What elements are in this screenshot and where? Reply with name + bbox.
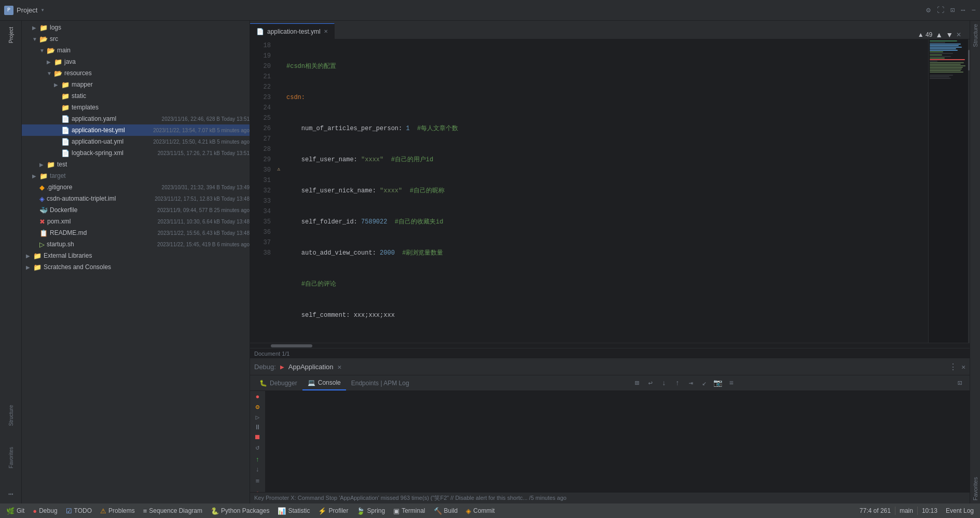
tab-application-test-yml[interactable]: 📄 application-test.yml ✕ [250,23,335,39]
tree-item-src[interactable]: ▼ 📂 src [22,33,250,45]
tree-item-gitignore[interactable]: ◆ .gitignore 2023/10/31, 21:32, 394 B To… [22,181,250,193]
expand-icon[interactable]: ⛶ [937,6,944,15]
debug-more-btn[interactable]: ⋮ [949,362,957,372]
debug-tool-back[interactable]: ↩ [645,377,656,389]
search-result-count: ▲ 49 ▲ ▼ ✕ [918,31,965,39]
debug-side-icon-stop[interactable]: ⏹ [252,433,264,441]
tree-item-main[interactable]: ▼ 📂 main [22,45,250,56]
debug-tab-debugger[interactable]: 🐛 Debugger [254,376,302,390]
status-item-build[interactable]: 🔨 Build [430,503,462,518]
search-prev-btn[interactable]: ▲ [935,31,943,39]
tab-close-btn[interactable]: ✕ [324,29,328,34]
tree-item-dockerfile[interactable]: 🐳 Dockerfile 2023/11/9, 09:44, 577 B 25 … [22,204,250,216]
status-item-event-log[interactable]: Event Log [942,503,978,518]
status-item-profiler[interactable]: ⚡ Profiler [314,503,352,518]
tree-item-pom-xml[interactable]: ✖ pom.xml 2023/11/11, 10:30, 6.64 kB Tod… [22,216,250,227]
status-item-todo[interactable]: ☑ TODO [62,503,96,518]
status-item-position[interactable]: 77:4 of 261 [855,503,895,518]
status-item-time[interactable]: 10:13 [918,503,942,518]
debug-side-icon-up-arrow[interactable]: ↑ [252,456,264,464]
sidebar-icon-structure[interactable]: Structure [2,401,20,430]
tree-item-test[interactable]: ▶ 📁 test [22,159,250,170]
status-label-git: Git [17,507,24,514]
tree-item-java[interactable]: ▶ 📁 java [22,56,250,67]
debug-tool-clear[interactable]: ⊞ [631,377,643,389]
status-item-terminal[interactable]: ▣ Terminal [389,503,429,518]
right-panel-favorites[interactable]: Favorites [971,474,979,503]
debug-tool-list[interactable]: ≡ [726,377,737,389]
search-match-count: ▲ 49 [918,31,933,38]
status-item-python-packages[interactable]: 🐍 Python Packages [206,503,273,518]
debug-side-icon-warning[interactable]: ⚙ [252,403,264,411]
h-scroll-thumb[interactable] [271,344,312,347]
folder-icon-target: 📁 [39,172,48,180]
debug-tool-screenshot[interactable]: 📷 [712,377,724,389]
project-dropdown-arrow[interactable]: ▾ [40,6,44,14]
tree-item-resources[interactable]: ▼ 📂 resources [22,67,250,79]
sidebar-icon-favorites[interactable]: Favorites [2,443,20,472]
search-close-icon[interactable]: ✕ [956,31,961,38]
tree-arrow-src: ▼ [32,36,39,42]
minimap-content [929,39,970,80]
tree-item-scratches[interactable]: ▶ 📁 Scratches and Consoles [22,261,250,273]
debug-close-btn[interactable]: ✕ [337,363,341,371]
status-item-debug[interactable]: ● Debug [29,503,61,518]
tree-item-static[interactable]: 📁 static [22,90,250,102]
tree-item-external-libraries[interactable]: ▶ 📁 External Libraries [22,250,250,261]
tree-item-csdn-iml[interactable]: ◈ csdn-automatic-triplet.iml 2023/11/12,… [22,193,250,204]
status-item-main[interactable]: main [895,503,917,518]
settings-icon[interactable]: ⚙ [926,6,930,15]
debug-side-icon-play[interactable]: ▷ [252,413,264,422]
minimize-icon[interactable]: − [972,6,976,15]
tab-bar-right: ▲ 49 ▲ ▼ ✕ [335,31,970,39]
debug-panel-maximize[interactable]: ⊡ [954,377,965,389]
tree-item-application-yaml[interactable]: 📄 application.yaml 2023/11/16, 22:46, 62… [22,113,250,124]
horizontal-scrollbar[interactable] [250,343,970,348]
tree-item-target[interactable]: ▶ 📁 target [22,170,250,181]
shrink-icon[interactable]: ⊡ [950,6,955,15]
debug-side-icon-pause[interactable]: ⏸ [252,424,264,431]
debug-side-icon-restart[interactable]: ↺ [252,443,264,452]
debug-side-icon-error[interactable]: ● [252,393,264,401]
code-space-21 [383,155,391,165]
debug-tab-endpoints[interactable]: Endpoints | APM Log [346,376,415,390]
tree-item-application-test-yml[interactable]: 📄 application-test.yml 2023/11/22, 13:54… [22,124,250,136]
status-item-statistic[interactable]: 📊 Statistic [273,503,314,518]
debug-tool-step-into[interactable]: ↙ [699,377,710,389]
debug-minimize-btn[interactable]: ✕ [961,363,965,371]
debug-tool-down[interactable]: ↓ [658,377,670,389]
editor-area: 📄 application-test.yml ✕ ▲ 49 ▲ ▼ ✕ 18 1… [250,21,970,503]
tree-item-application-uat-yml[interactable]: 📄 application-uat.yml 2023/11/22, 15:50,… [22,136,250,147]
sidebar-icon-more[interactable]: ⋯ [2,485,20,503]
status-item-git[interactable]: 🌿 Git [2,503,29,518]
status-item-spring[interactable]: 🍃 Spring [352,503,389,518]
status-item-commit[interactable]: ◈ Commit [462,503,499,518]
tree-label-templates: templates [72,104,250,111]
more-options-icon[interactable]: ⋯ [961,6,965,15]
tree-label-src: src [50,35,250,43]
sidebar-icon-project[interactable]: Project [2,23,20,47]
search-next-btn[interactable]: ▼ [946,31,953,39]
code-line-22: self_user_nick_name: "xxxx" #自己的昵称 [286,186,924,196]
tree-item-readme[interactable]: 📋 README.md 2023/11/22, 15:56, 6.43 kB T… [22,227,250,239]
tree-item-logs[interactable]: ▶ 📁 logs [22,22,250,33]
debug-tool-up[interactable]: ↑ [672,377,683,389]
tree-item-templates[interactable]: 📁 templates [22,102,250,113]
debug-side-icon-down-arrow[interactable]: ↓ [252,466,264,473]
debug-tab-console[interactable]: 💻 Console [302,376,346,390]
code-key-21: self_user_name: [286,155,361,165]
debug-tool-step-over[interactable]: ⇥ [685,377,697,389]
code-comment-21: #自己的用户id [391,155,434,165]
tree-item-mapper[interactable]: ▶ 📁 mapper [22,79,250,90]
tree-label-app-yaml: application.yaml [72,115,159,122]
status-item-problems[interactable]: ⚠ Problems [96,503,139,518]
debug-panel-header: Debug: ▶ AppApplication ✕ ⋮ ✕ [250,359,970,375]
right-panel-structure[interactable]: Structure [971,21,979,50]
tree-item-startup-sh[interactable]: ▷ startup.sh 2023/11/22, 15:45, 419 B 6 … [22,239,250,250]
code-content[interactable]: #csdn相关的配置 csdn: num_of_articles_per_per… [282,39,928,343]
folder-icon-src: 📂 [39,35,48,43]
status-label-position: 77:4 of 261 [860,507,891,514]
tree-item-logback-spring-xml[interactable]: 📄 logback-spring.xml 2023/11/15, 17:26, … [22,147,250,159]
debug-side-icon-list[interactable]: ≡ [252,478,264,485]
status-item-sequence[interactable]: ≡ Sequence Diagram [139,503,206,518]
